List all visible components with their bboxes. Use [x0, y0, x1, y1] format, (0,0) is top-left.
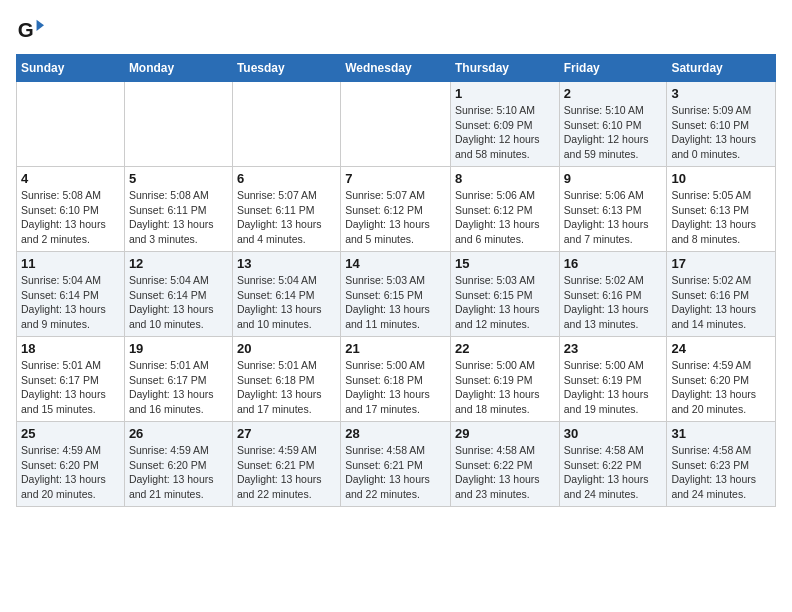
- day-number: 11: [21, 256, 120, 271]
- calendar-cell: 25Sunrise: 4:59 AM Sunset: 6:20 PM Dayli…: [17, 422, 125, 507]
- calendar-cell: [341, 82, 451, 167]
- day-number: 7: [345, 171, 446, 186]
- calendar-cell: 20Sunrise: 5:01 AM Sunset: 6:18 PM Dayli…: [232, 337, 340, 422]
- col-header-sunday: Sunday: [17, 55, 125, 82]
- day-info: Sunrise: 5:06 AM Sunset: 6:12 PM Dayligh…: [455, 188, 555, 247]
- day-number: 5: [129, 171, 228, 186]
- col-header-friday: Friday: [559, 55, 667, 82]
- day-number: 18: [21, 341, 120, 356]
- calendar-cell: 22Sunrise: 5:00 AM Sunset: 6:19 PM Dayli…: [450, 337, 559, 422]
- day-info: Sunrise: 5:07 AM Sunset: 6:11 PM Dayligh…: [237, 188, 336, 247]
- calendar-cell: 11Sunrise: 5:04 AM Sunset: 6:14 PM Dayli…: [17, 252, 125, 337]
- svg-marker-1: [37, 20, 44, 31]
- col-header-thursday: Thursday: [450, 55, 559, 82]
- day-info: Sunrise: 5:00 AM Sunset: 6:18 PM Dayligh…: [345, 358, 446, 417]
- col-header-monday: Monday: [124, 55, 232, 82]
- day-number: 24: [671, 341, 771, 356]
- calendar-cell: 31Sunrise: 4:58 AM Sunset: 6:23 PM Dayli…: [667, 422, 776, 507]
- logo-icon: G: [16, 16, 44, 44]
- calendar-body: 1Sunrise: 5:10 AM Sunset: 6:09 PM Daylig…: [17, 82, 776, 507]
- col-header-wednesday: Wednesday: [341, 55, 451, 82]
- day-info: Sunrise: 5:05 AM Sunset: 6:13 PM Dayligh…: [671, 188, 771, 247]
- day-number: 31: [671, 426, 771, 441]
- day-number: 27: [237, 426, 336, 441]
- day-info: Sunrise: 5:10 AM Sunset: 6:09 PM Dayligh…: [455, 103, 555, 162]
- day-number: 29: [455, 426, 555, 441]
- day-info: Sunrise: 5:04 AM Sunset: 6:14 PM Dayligh…: [237, 273, 336, 332]
- calendar-cell: 30Sunrise: 4:58 AM Sunset: 6:22 PM Dayli…: [559, 422, 667, 507]
- day-info: Sunrise: 5:02 AM Sunset: 6:16 PM Dayligh…: [564, 273, 663, 332]
- calendar-cell: 7Sunrise: 5:07 AM Sunset: 6:12 PM Daylig…: [341, 167, 451, 252]
- day-info: Sunrise: 5:00 AM Sunset: 6:19 PM Dayligh…: [564, 358, 663, 417]
- calendar-cell: 15Sunrise: 5:03 AM Sunset: 6:15 PM Dayli…: [450, 252, 559, 337]
- calendar-cell: 28Sunrise: 4:58 AM Sunset: 6:21 PM Dayli…: [341, 422, 451, 507]
- calendar-cell: 6Sunrise: 5:07 AM Sunset: 6:11 PM Daylig…: [232, 167, 340, 252]
- calendar-cell: 9Sunrise: 5:06 AM Sunset: 6:13 PM Daylig…: [559, 167, 667, 252]
- calendar-cell: 16Sunrise: 5:02 AM Sunset: 6:16 PM Dayli…: [559, 252, 667, 337]
- day-info: Sunrise: 4:58 AM Sunset: 6:23 PM Dayligh…: [671, 443, 771, 502]
- day-number: 6: [237, 171, 336, 186]
- day-number: 8: [455, 171, 555, 186]
- calendar-cell: 12Sunrise: 5:04 AM Sunset: 6:14 PM Dayli…: [124, 252, 232, 337]
- day-info: Sunrise: 4:59 AM Sunset: 6:20 PM Dayligh…: [21, 443, 120, 502]
- day-number: 26: [129, 426, 228, 441]
- day-info: Sunrise: 5:02 AM Sunset: 6:16 PM Dayligh…: [671, 273, 771, 332]
- day-number: 4: [21, 171, 120, 186]
- day-info: Sunrise: 5:09 AM Sunset: 6:10 PM Dayligh…: [671, 103, 771, 162]
- calendar-table: SundayMondayTuesdayWednesdayThursdayFrid…: [16, 54, 776, 507]
- day-number: 28: [345, 426, 446, 441]
- calendar-cell: 14Sunrise: 5:03 AM Sunset: 6:15 PM Dayli…: [341, 252, 451, 337]
- day-number: 17: [671, 256, 771, 271]
- calendar-cell: 10Sunrise: 5:05 AM Sunset: 6:13 PM Dayli…: [667, 167, 776, 252]
- day-number: 23: [564, 341, 663, 356]
- day-number: 20: [237, 341, 336, 356]
- day-info: Sunrise: 5:01 AM Sunset: 6:17 PM Dayligh…: [129, 358, 228, 417]
- day-number: 22: [455, 341, 555, 356]
- day-number: 30: [564, 426, 663, 441]
- day-number: 10: [671, 171, 771, 186]
- calendar-cell: 5Sunrise: 5:08 AM Sunset: 6:11 PM Daylig…: [124, 167, 232, 252]
- day-info: Sunrise: 5:08 AM Sunset: 6:11 PM Dayligh…: [129, 188, 228, 247]
- svg-text:G: G: [18, 18, 34, 41]
- col-header-saturday: Saturday: [667, 55, 776, 82]
- day-info: Sunrise: 4:59 AM Sunset: 6:21 PM Dayligh…: [237, 443, 336, 502]
- day-info: Sunrise: 5:08 AM Sunset: 6:10 PM Dayligh…: [21, 188, 120, 247]
- day-number: 14: [345, 256, 446, 271]
- day-info: Sunrise: 5:04 AM Sunset: 6:14 PM Dayligh…: [21, 273, 120, 332]
- day-info: Sunrise: 5:03 AM Sunset: 6:15 PM Dayligh…: [455, 273, 555, 332]
- calendar-cell: 29Sunrise: 4:58 AM Sunset: 6:22 PM Dayli…: [450, 422, 559, 507]
- day-number: 9: [564, 171, 663, 186]
- day-info: Sunrise: 5:06 AM Sunset: 6:13 PM Dayligh…: [564, 188, 663, 247]
- day-number: 21: [345, 341, 446, 356]
- day-info: Sunrise: 4:58 AM Sunset: 6:22 PM Dayligh…: [564, 443, 663, 502]
- day-info: Sunrise: 4:59 AM Sunset: 6:20 PM Dayligh…: [671, 358, 771, 417]
- calendar-cell: 21Sunrise: 5:00 AM Sunset: 6:18 PM Dayli…: [341, 337, 451, 422]
- day-info: Sunrise: 5:03 AM Sunset: 6:15 PM Dayligh…: [345, 273, 446, 332]
- calendar-cell: 24Sunrise: 4:59 AM Sunset: 6:20 PM Dayli…: [667, 337, 776, 422]
- day-info: Sunrise: 4:58 AM Sunset: 6:21 PM Dayligh…: [345, 443, 446, 502]
- day-number: 25: [21, 426, 120, 441]
- day-number: 19: [129, 341, 228, 356]
- calendar-cell: 18Sunrise: 5:01 AM Sunset: 6:17 PM Dayli…: [17, 337, 125, 422]
- calendar-cell: [17, 82, 125, 167]
- day-number: 3: [671, 86, 771, 101]
- calendar-cell: 8Sunrise: 5:06 AM Sunset: 6:12 PM Daylig…: [450, 167, 559, 252]
- calendar-cell: 13Sunrise: 5:04 AM Sunset: 6:14 PM Dayli…: [232, 252, 340, 337]
- logo: G: [16, 16, 48, 44]
- day-info: Sunrise: 5:07 AM Sunset: 6:12 PM Dayligh…: [345, 188, 446, 247]
- day-info: Sunrise: 5:01 AM Sunset: 6:18 PM Dayligh…: [237, 358, 336, 417]
- calendar-cell: [124, 82, 232, 167]
- calendar-cell: 17Sunrise: 5:02 AM Sunset: 6:16 PM Dayli…: [667, 252, 776, 337]
- calendar-header: SundayMondayTuesdayWednesdayThursdayFrid…: [17, 55, 776, 82]
- calendar-cell: 2Sunrise: 5:10 AM Sunset: 6:10 PM Daylig…: [559, 82, 667, 167]
- day-number: 15: [455, 256, 555, 271]
- calendar-cell: 19Sunrise: 5:01 AM Sunset: 6:17 PM Dayli…: [124, 337, 232, 422]
- day-number: 1: [455, 86, 555, 101]
- calendar-cell: 26Sunrise: 4:59 AM Sunset: 6:20 PM Dayli…: [124, 422, 232, 507]
- col-header-tuesday: Tuesday: [232, 55, 340, 82]
- day-info: Sunrise: 5:00 AM Sunset: 6:19 PM Dayligh…: [455, 358, 555, 417]
- day-info: Sunrise: 5:04 AM Sunset: 6:14 PM Dayligh…: [129, 273, 228, 332]
- day-info: Sunrise: 5:01 AM Sunset: 6:17 PM Dayligh…: [21, 358, 120, 417]
- calendar-cell: 27Sunrise: 4:59 AM Sunset: 6:21 PM Dayli…: [232, 422, 340, 507]
- calendar-cell: [232, 82, 340, 167]
